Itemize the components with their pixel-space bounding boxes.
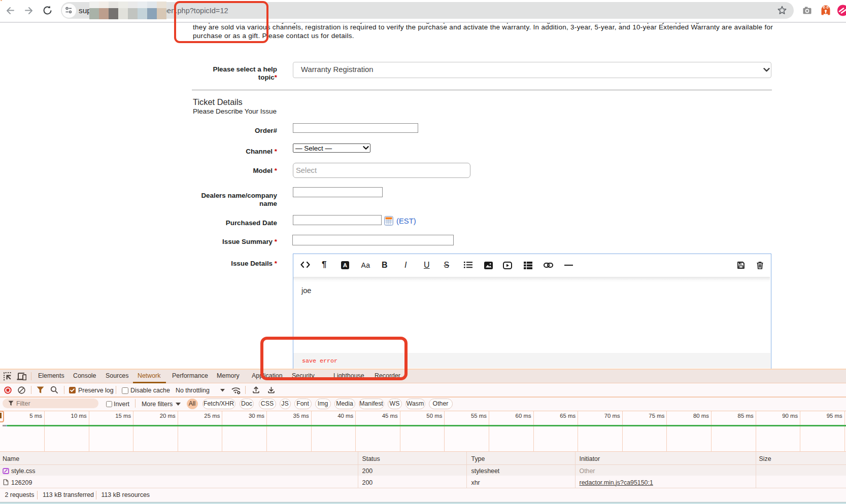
svg-text:A: A <box>343 262 347 268</box>
